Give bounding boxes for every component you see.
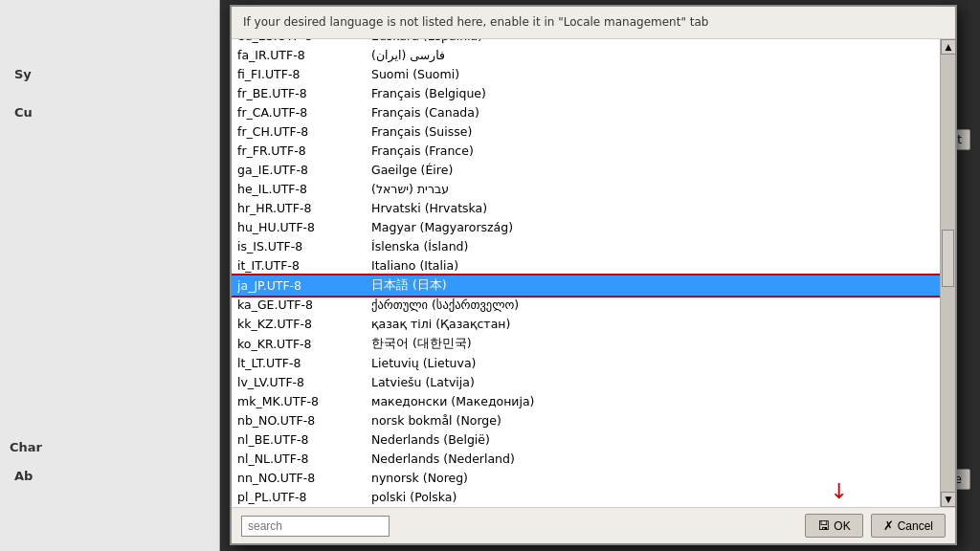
- list-item[interactable]: nb_NO.UTF-8norsk bokmål (Norge): [232, 411, 940, 430]
- list-item[interactable]: he_IL.UTF-8עברית (ישראל): [232, 180, 940, 199]
- list-item[interactable]: fr_FR.UTF-8Français (France): [232, 142, 940, 161]
- language-list-container: es_PA.UTF-8Español (Panamá)es_PE.UTF-8Es…: [232, 39, 940, 507]
- list-item[interactable]: ga_IE.UTF-8Gaeilge (Éire): [232, 161, 940, 180]
- cancel-button[interactable]: ✗ Cancel: [871, 514, 946, 538]
- language-dialog: If your desired language is not listed h…: [230, 5, 957, 545]
- list-item[interactable]: mk_MK.UTF-8македонски (Македонија): [232, 392, 940, 411]
- ok-button[interactable]: 🖫 OK: [805, 514, 862, 538]
- list-item[interactable]: fa_IR.UTF-8فارسی (ایران): [232, 46, 940, 65]
- dialog-content: es_PA.UTF-8Español (Panamá)es_PE.UTF-8Es…: [232, 39, 955, 507]
- header-text: If your desired language is not listed h…: [243, 15, 708, 29]
- search-input[interactable]: [241, 516, 390, 537]
- list-item[interactable]: fr_CH.UTF-8Français (Suisse): [232, 122, 940, 142]
- scroll-down-button[interactable]: ▼: [941, 492, 955, 507]
- list-item[interactable]: nl_BE.UTF-8Nederlands (België): [232, 430, 940, 450]
- dialog-overlay: If your desired language is not listed h…: [0, 0, 980, 551]
- list-item[interactable]: fr_BE.UTF-8Français (Belgique): [232, 84, 940, 103]
- list-item[interactable]: pl_PL.UTF-8polski (Polska): [232, 488, 940, 507]
- list-item[interactable]: it_IT.UTF-8Italiano (Italia): [232, 256, 940, 276]
- language-list[interactable]: es_PA.UTF-8Español (Panamá)es_PE.UTF-8Es…: [232, 39, 940, 507]
- list-item[interactable]: is_IS.UTF-8Íslenska (Ísland): [232, 237, 940, 256]
- list-item[interactable]: ja_JP.UTF-8日本語 (日本): [232, 276, 940, 296]
- scroll-up-button[interactable]: ▲: [941, 39, 955, 55]
- list-item[interactable]: fi_FI.UTF-8Suomi (Suomi): [232, 65, 940, 84]
- ok-label: OK: [834, 519, 850, 533]
- list-item[interactable]: kk_KZ.UTF-8қазақ тілі (Қазақстан): [232, 315, 940, 334]
- dialog-footer: 🖫 OK ✗ Cancel: [232, 507, 955, 543]
- list-item[interactable]: fr_CA.UTF-8Français (Canada): [232, 103, 940, 122]
- list-item[interactable]: hu_HU.UTF-8Magyar (Magyarország): [232, 218, 940, 237]
- list-item[interactable]: eu_ES.UTF-8Euskara (Espainia): [232, 39, 940, 46]
- list-item[interactable]: lv_LV.UTF-8Latviešu (Latvija): [232, 373, 940, 392]
- list-item[interactable]: ka_GE.UTF-8ქართული (საქართველო): [232, 296, 940, 315]
- cancel-icon: ✗: [883, 518, 894, 533]
- dialog-header: If your desired language is not listed h…: [232, 7, 955, 39]
- scrollbar[interactable]: ▲ ▼: [940, 39, 955, 507]
- list-item[interactable]: hr_HR.UTF-8Hrvatski (Hrvatska): [232, 199, 940, 218]
- ok-icon: 🖫: [817, 518, 830, 533]
- scrollbar-thumb[interactable]: [942, 230, 954, 287]
- list-item[interactable]: nn_NO.UTF-8nynorsk (Noreg): [232, 469, 940, 488]
- cancel-label: Cancel: [898, 519, 933, 533]
- scrollbar-track[interactable]: [941, 55, 955, 492]
- list-item[interactable]: nl_NL.UTF-8Nederlands (Nederland): [232, 450, 940, 469]
- list-item[interactable]: ko_KR.UTF-8한국어 (대한민국): [232, 334, 940, 354]
- list-item[interactable]: lt_LT.UTF-8Lietuvių (Lietuva): [232, 354, 940, 373]
